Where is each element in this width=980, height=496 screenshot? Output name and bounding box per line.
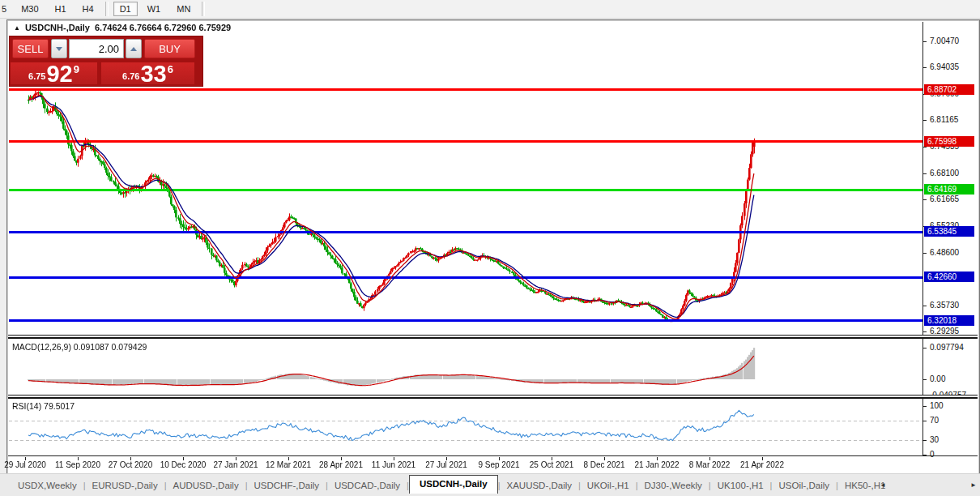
- date-axis-label: 21 Jan 2022: [634, 460, 679, 469]
- date-axis-label: 27 Jan 2021: [213, 460, 258, 469]
- buy-button[interactable]: BUY: [144, 39, 195, 58]
- axis-tick: [923, 379, 927, 380]
- tab-uk100-h1[interactable]: UK100-,H1: [711, 477, 770, 494]
- tabs-scroll-left-icon[interactable]: ◄: [880, 481, 886, 489]
- chart-tabs-bar: USDX,Weekly|EURUSD-,Daily|AUDUSD-,Daily|…: [0, 473, 980, 496]
- tabs-scroll-right-icon[interactable]: ►: [970, 481, 977, 489]
- buy-price-panel[interactable]: 6.76 33 6: [101, 62, 194, 84]
- tab-audusd-daily[interactable]: AUDUSD-,Daily: [167, 477, 245, 494]
- sell-price-small: 6.75: [28, 71, 45, 81]
- trade-widget-top-row: SELL BUY: [10, 36, 202, 61]
- level-price-tag[interactable]: 6.53845: [924, 226, 974, 237]
- volume-decrease-button[interactable]: [51, 39, 67, 58]
- date-axis-label: 10 Dec 2020: [160, 460, 207, 469]
- macd-axis-label: 0.097794: [930, 343, 964, 352]
- date-axis-label: 27 Jul 2021: [425, 460, 467, 469]
- date-axis[interactable]: 29 Jul 202011 Sep 202027 Oct 202010 Dec …: [8, 457, 978, 472]
- level-price-tag[interactable]: 6.42660: [924, 272, 974, 282]
- timeframe-h4[interactable]: H4: [76, 2, 100, 16]
- tab-dj30-weekly[interactable]: DJ30-,Weekly: [637, 477, 708, 494]
- toolbar-separator: [105, 2, 109, 16]
- rsi-axis-label: 100: [930, 401, 944, 410]
- date-axis-label: 25 Oct 2021: [530, 460, 573, 469]
- chart-ohlc-header: ▲ USDCNH-,Daily 6.74624 6.76664 6.72960 …: [14, 23, 231, 32]
- pane-splitter[interactable]: [8, 395, 978, 399]
- date-axis-label: 11 Sep 2020: [55, 460, 100, 469]
- axis-tick: [923, 348, 927, 348]
- date-axis-label: 21 Apr 2022: [740, 460, 784, 469]
- toolbar-separator: [202, 2, 205, 16]
- sell-price-big: 92: [46, 63, 72, 84]
- level-price-tag[interactable]: 6.32018: [924, 315, 974, 326]
- tab-usdcad-daily[interactable]: USDCAD-,Daily: [328, 477, 407, 494]
- axis-tick: [923, 306, 927, 306]
- chevron-down-icon: [56, 47, 62, 51]
- tab-usdchf-daily[interactable]: USDCHF-,Daily: [248, 477, 326, 494]
- tab-usoil-daily[interactable]: USOil-,Daily: [772, 477, 836, 494]
- price-axis-label: 6.61665: [930, 195, 959, 203]
- date-axis-label: 27 Oct 2020: [109, 460, 152, 469]
- chart-symbol-title: USDCNH-,Daily: [25, 23, 90, 32]
- tab-ukoil-h1[interactable]: UKOil-,H1: [581, 477, 636, 494]
- timeframe-w1[interactable]: W1: [141, 2, 168, 16]
- buy-price-big: 33: [140, 63, 166, 84]
- date-axis-label: 9 Sep 2021: [478, 460, 519, 469]
- sell-price-panel[interactable]: 6.75 92 9: [11, 62, 97, 84]
- axis-tick: [923, 67, 927, 68]
- date-axis-label: 29 Jul 2020: [4, 460, 46, 469]
- price-axis-label: 6.35730: [930, 301, 959, 310]
- axis-tick: [923, 120, 927, 121]
- level-price-tag[interactable]: 6.88702: [924, 84, 974, 95]
- chart-ohlc-values: 6.74624 6.76664 6.72960 6.75929: [95, 23, 231, 32]
- one-click-trading-widget: SELL BUY 6.75 92 9 6.76 33 6: [9, 36, 203, 87]
- axis-tick: [923, 253, 927, 254]
- rsi-indicator-label: RSI(14) 79.5017: [12, 401, 75, 411]
- date-axis-label: 12 Mar 2021: [266, 460, 311, 469]
- pane-splitter[interactable]: [8, 335, 978, 339]
- price-axis-label: 6.81165: [930, 115, 958, 124]
- volume-input[interactable]: [69, 39, 124, 58]
- axis-tick: [923, 147, 927, 148]
- tab-usdcnh-daily[interactable]: USDCNH-,Daily: [409, 475, 498, 494]
- axis-tick: [923, 331, 927, 332]
- price-axis-label: 7.00470: [930, 36, 959, 45]
- price-axis-label: 6.48600: [930, 248, 959, 257]
- date-axis-label: 8 Dec 2021: [583, 460, 624, 469]
- axis-tick: [923, 41, 927, 42]
- pane-border: [8, 455, 978, 456]
- timeframe-m30[interactable]: M30: [15, 2, 45, 16]
- chevron-up-icon: [130, 47, 137, 51]
- timeframe-partial-label[interactable]: 5: [2, 4, 6, 14]
- axis-tick: [923, 440, 927, 441]
- sell-button[interactable]: SELL: [12, 39, 49, 58]
- macd-axis-label: 0.00: [930, 374, 945, 383]
- sell-price-sup: 9: [74, 63, 79, 75]
- date-axis-label: 28 Apr 2021: [319, 460, 363, 469]
- price-axis[interactable]: 7.004706.940356.876006.811656.745356.681…: [923, 22, 978, 456]
- collapse-triangle-icon[interactable]: ▲: [14, 24, 20, 32]
- date-axis-label: 8 Mar 2022: [689, 460, 731, 469]
- timeframe-toolbar: 5 M30H1H4D1W1MN: [0, 0, 980, 19]
- rsi-axis-label: 30: [930, 435, 939, 444]
- rsi-axis-label: 70: [930, 416, 939, 425]
- price-axis-label: 6.94035: [930, 62, 959, 71]
- chart-canvas[interactable]: [9, 22, 922, 457]
- buy-price-small: 6.76: [122, 71, 139, 81]
- tab-eurusd-daily[interactable]: EURUSD-,Daily: [86, 477, 164, 494]
- level-price-tag[interactable]: 6.64169: [924, 184, 974, 195]
- timeframe-d1[interactable]: D1: [113, 2, 138, 16]
- axis-tick: [923, 199, 927, 200]
- level-price-tag[interactable]: 6.75998: [924, 136, 974, 147]
- chart-window: ▲ USDCNH-,Daily 6.74624 6.76664 6.72960 …: [6, 19, 980, 475]
- axis-tick: [923, 406, 927, 407]
- tab-usdx-weekly[interactable]: USDX,Weekly: [11, 477, 83, 494]
- volume-increase-button[interactable]: [126, 39, 142, 58]
- price-axis-label: 6.68100: [930, 169, 959, 177]
- axis-tick: [923, 173, 927, 174]
- buy-price-sup: 6: [168, 63, 173, 75]
- timeframe-mn[interactable]: MN: [170, 2, 197, 16]
- macd-indicator-label: MACD(12,26,9) 0.091087 0.079429: [12, 342, 147, 352]
- timeframe-h1[interactable]: H1: [49, 2, 73, 16]
- date-axis-label: 11 Jun 2021: [372, 460, 415, 469]
- tab-xauusd-daily[interactable]: XAUUSD-,Daily: [500, 477, 578, 494]
